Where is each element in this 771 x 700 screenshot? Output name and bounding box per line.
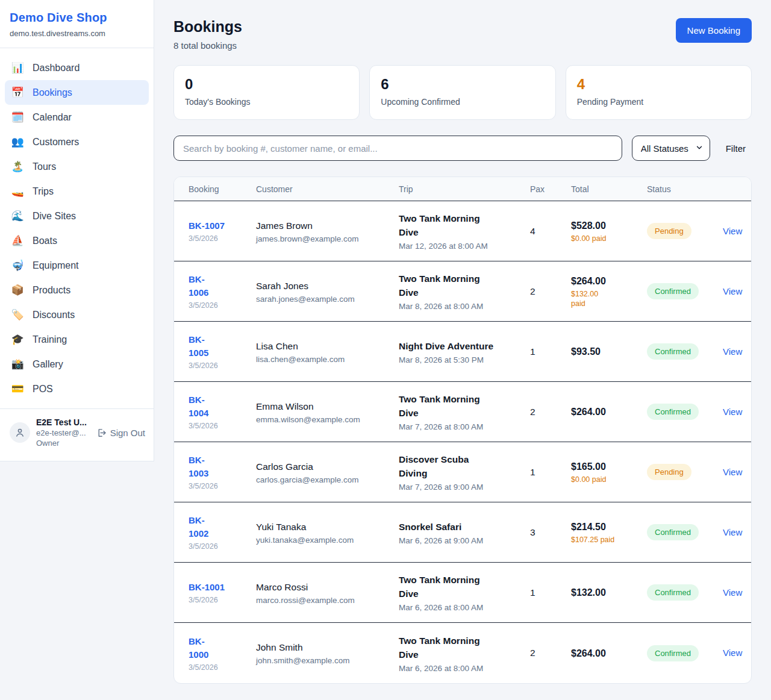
table-row: BK-10013/5/2026Marco Rossimarco.rossi@ex… (174, 563, 751, 623)
trip-name: Snorkel Safari (399, 520, 530, 534)
booking-cell: BK-10033/5/2026 (189, 454, 256, 490)
speedboat-icon: 🚤 (11, 185, 24, 198)
sidebar-item-label: Gallery (33, 359, 63, 370)
actions-cell: View (723, 407, 742, 417)
booking-id-link[interactable]: BK-1005 (189, 333, 256, 360)
column-header-total: Total (571, 184, 647, 194)
trip-cell: Two Tank MorningDiveMar 12, 2026 at 8:00… (399, 211, 530, 251)
sidebar-item-label: Products (33, 285, 70, 296)
sidebar-item-label: Calendar (33, 112, 72, 123)
total-cell: $214.50$107.25 paid (571, 520, 647, 545)
sidebar-item-dive-sites[interactable]: 🌊Dive Sites (5, 204, 149, 228)
trip-datetime: Mar 12, 2026 at 8:00 AM (399, 242, 530, 251)
customer-email: john.smith@example.com (256, 656, 399, 665)
booking-id-link[interactable]: BK-1001 (189, 581, 256, 594)
sidebar-item-label: Dive Sites (33, 211, 76, 222)
booking-cell: BK-10073/5/2026 (189, 219, 256, 243)
pax-count: 2 (530, 407, 571, 417)
total-amount: $214.50 (571, 520, 647, 533)
view-link[interactable]: View (723, 407, 742, 417)
stat-value: 4 (577, 76, 740, 93)
booking-id-link[interactable]: BK-1004 (189, 393, 256, 420)
view-link[interactable]: View (723, 346, 742, 357)
booking-id-link[interactable]: BK-1007 (189, 219, 256, 233)
column-header-pax: Pax (530, 184, 571, 194)
total-cell: $165.00$0.00 paid (571, 460, 647, 484)
diving-mask-icon: 🤿 (11, 259, 24, 272)
booking-id-link[interactable]: BK-1003 (189, 454, 256, 480)
customer-name: James Brown (256, 219, 399, 232)
status-badge: Confirmed (647, 584, 699, 601)
pax-count: 4 (530, 226, 571, 237)
total-amount: $264.00 (571, 405, 647, 418)
stat-label: Upcoming Confirmed (381, 97, 544, 107)
trip-name: Night Dive Adventure (399, 339, 530, 353)
stat-label: Today's Bookings (185, 97, 348, 107)
sidebar-item-equipment[interactable]: 🤿Equipment (5, 253, 149, 278)
trip-name: Two Tank MorningDive (399, 211, 530, 239)
table-row: BK-10073/5/2026James Brownjames.brown@ex… (174, 201, 751, 261)
sidebar-item-bookings[interactable]: 📅Bookings (5, 80, 149, 105)
paid-amount: $132.00paid (571, 289, 647, 308)
filter-button[interactable]: Filter (720, 141, 752, 156)
total-amount: $165.00 (571, 460, 647, 473)
avatar (10, 422, 30, 443)
trip-name: Two Tank MorningDive (399, 272, 530, 299)
stat-card: 0Today's Bookings (173, 65, 360, 120)
pax-count: 1 (530, 587, 571, 598)
sidebar-item-customers[interactable]: 👥Customers (5, 130, 149, 154)
view-link[interactable]: View (723, 648, 742, 658)
sidebar-item-label: Discounts (33, 310, 75, 320)
sidebar-item-discounts[interactable]: 🏷️Discounts (5, 302, 149, 327)
sidebar-item-boats[interactable]: ⛵Boats (5, 228, 149, 253)
sidebar-item-gallery[interactable]: 📸Gallery (5, 352, 149, 377)
search-input[interactable] (173, 136, 622, 161)
trip-cell: Discover ScubaDivingMar 7, 2026 at 9:00 … (399, 452, 530, 492)
customer-email: james.brown@example.com (256, 234, 399, 243)
customer-cell: Marco Rossimarco.rossi@example.com (256, 581, 399, 605)
booking-id-link[interactable]: BK-1006 (189, 273, 256, 299)
sidebar-item-label: Trips (33, 186, 54, 197)
sidebar-item-products[interactable]: 📦Products (5, 278, 149, 302)
sidebar-item-calendar[interactable]: 🗓️Calendar (5, 105, 149, 130)
bookings-table: BookingCustomerTripPaxTotalStatus BK-100… (173, 177, 752, 684)
total-amount: $528.00 (571, 219, 647, 232)
sidebar-item-tours[interactable]: 🏝️Tours (5, 154, 149, 179)
total-cell: $264.00 (571, 647, 647, 660)
user-meta: E2E Test U... e2e-tester@... Owner (36, 417, 87, 448)
status-cell: Confirmed (647, 343, 723, 360)
trip-datetime: Mar 8, 2026 at 8:00 AM (399, 302, 530, 311)
table-header-row: BookingCustomerTripPaxTotalStatus (174, 177, 751, 201)
sidebar-item-trips[interactable]: 🚤Trips (5, 179, 149, 204)
actions-cell: View (723, 286, 742, 297)
customer-email: sarah.jones@example.com (256, 295, 399, 304)
sidebar-item-training[interactable]: 🎓Training (5, 327, 149, 352)
view-link[interactable]: View (723, 587, 742, 598)
trip-name: Two Tank MorningDive (399, 392, 530, 420)
view-link[interactable]: View (723, 286, 742, 296)
view-link[interactable]: View (723, 527, 742, 537)
view-link[interactable]: View (723, 467, 742, 477)
status-select[interactable]: All Statuses (632, 136, 710, 161)
sidebar-item-label: Training (33, 334, 67, 345)
booking-id-link[interactable]: BK-1000 (189, 635, 256, 661)
customer-cell: Lisa Chenlisa.chen@example.com (256, 340, 399, 364)
wave-icon: 🌊 (11, 210, 24, 222)
status-badge: Confirmed (647, 283, 699, 299)
sidebar-item-dashboard[interactable]: 📊Dashboard (5, 55, 149, 80)
paid-amount: $0.00 paid (571, 475, 647, 484)
booking-id-link[interactable]: BK-1002 (189, 514, 256, 540)
bar-chart-icon: 📊 (11, 61, 24, 74)
column-header-status: Status (647, 184, 723, 194)
new-booking-button[interactable]: New Booking (676, 18, 752, 43)
status-cell: Confirmed (647, 404, 723, 420)
customer-cell: Yuki Tanakayuki.tanaka@example.com (256, 520, 399, 545)
trip-cell: Two Tank MorningDiveMar 6, 2026 at 8:00 … (399, 573, 530, 612)
view-link[interactable]: View (723, 226, 742, 236)
booking-date: 3/5/2026 (189, 542, 256, 551)
total-cell: $264.00 (571, 405, 647, 418)
sidebar-item-pos[interactable]: 💳POS (5, 377, 149, 401)
main-content: Bookings 8 total bookings New Booking 0T… (154, 0, 771, 700)
sign-out-button[interactable]: Sign Out (96, 428, 145, 438)
brand-block: Demo Dive Shop demo.test.divestreams.com (0, 0, 154, 48)
